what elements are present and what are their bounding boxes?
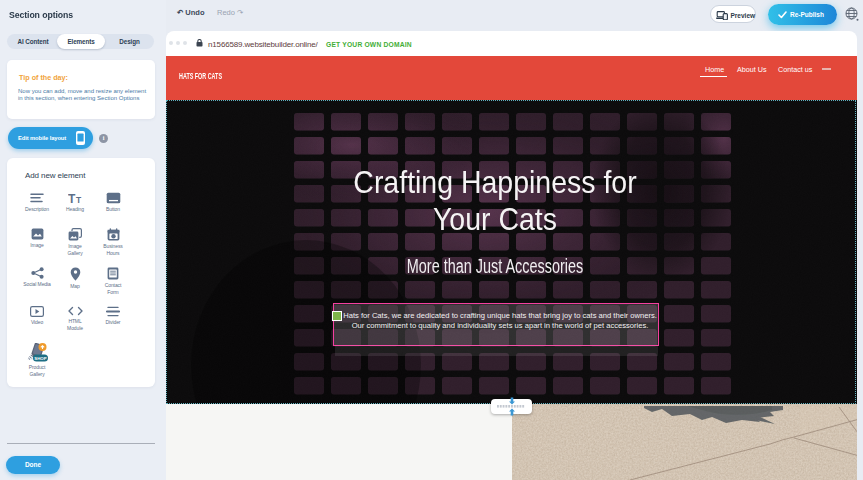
svg-text:T: T: [76, 195, 82, 205]
svg-text:T: T: [68, 192, 76, 204]
svg-text:SHOP: SHOP: [34, 356, 47, 361]
